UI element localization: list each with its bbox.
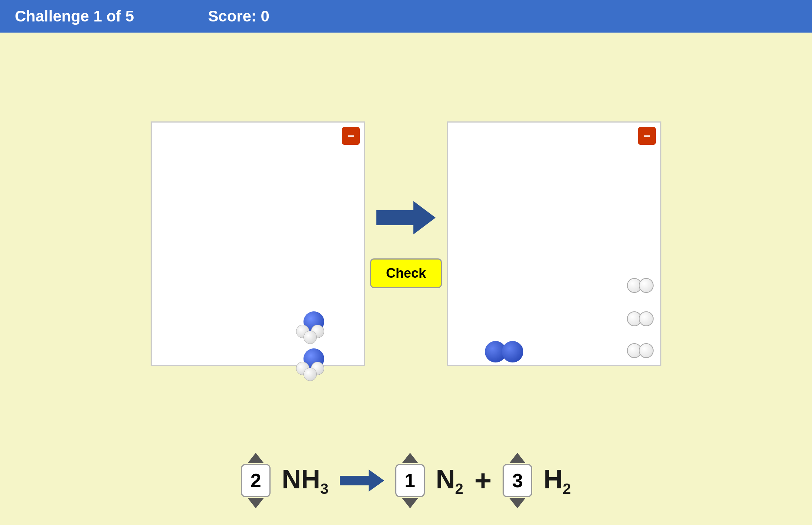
reaction-area: Check [22,47,790,440]
nh3-label: NH3 [282,464,328,497]
n2-label: N2 [436,464,463,497]
h2-coefficient-input[interactable]: 3 [503,464,532,497]
hydrogen-atom-2c [303,368,317,381]
h2-stepper: 3 [503,453,532,508]
n2-atom-2 [502,341,523,362]
score-label: Score: 0 [208,7,269,25]
n2-coefficient-input[interactable]: 1 [395,464,425,497]
svg-marker-1 [340,469,384,492]
arrow-check-area: Check [365,199,447,288]
plus-label: + [474,464,492,498]
nh3-stepper: 2 [241,453,271,508]
hydrogen-atom-1c [303,331,317,344]
challenge-label: Challenge 1 of 5 [15,7,134,25]
equation-arrow-icon [340,468,384,494]
h2-label: H2 [543,464,571,497]
h2-3-atom-2 [639,343,654,358]
svg-marker-0 [376,201,436,234]
h2-1-atom-2 [639,278,654,293]
products-box [447,121,661,366]
h2-2-atom-2 [639,311,654,326]
n2-stepper: 1 [395,453,425,508]
nh3-coefficient-down[interactable] [248,498,264,508]
header: Challenge 1 of 5 Score: 0 [0,0,812,33]
products-content [448,123,660,365]
reactants-content [152,123,364,365]
nh3-coefficient-input[interactable]: 2 [241,464,271,497]
reactants-box [151,121,365,366]
n2-coefficient-down[interactable] [402,498,418,508]
main-area: Check [0,33,812,525]
h2-coefficient-down[interactable] [509,498,526,508]
h2-coefficient-up[interactable] [509,453,526,463]
equation-area: 2 NH3 1 N2 + 3 H2 [241,451,571,510]
reaction-arrow-icon [376,199,436,236]
n2-coefficient-up[interactable] [402,453,418,463]
nh3-coefficient-up[interactable] [248,453,264,463]
check-button[interactable]: Check [370,258,442,288]
